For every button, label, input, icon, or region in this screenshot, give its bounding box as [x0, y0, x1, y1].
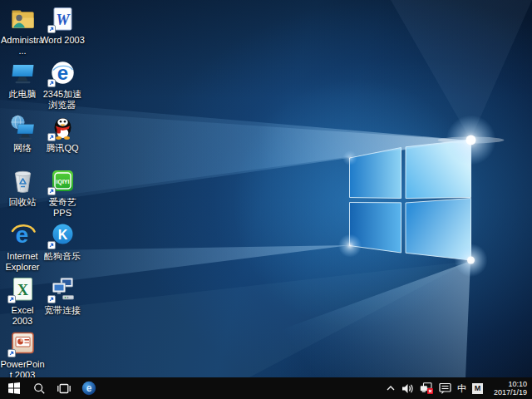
desktop-icon-label: Excel 2003	[0, 305, 45, 327]
broadband-icon	[49, 275, 76, 303]
shortcut-arrow-icon	[47, 241, 56, 249]
powerpoint-icon	[9, 329, 37, 357]
desktop-icon-2345-browser[interactable]: e 2345加速浏览器	[40, 59, 85, 111]
shortcut-arrow-icon	[47, 187, 56, 195]
desktop-icon-tencent-qq[interactable]: 腾讯QQ	[40, 113, 85, 154]
desktop-icon-iqiyi-pps[interactable]: iQIYI 爱奇艺PPS	[40, 167, 85, 219]
show-hidden-icons-button[interactable]	[386, 377, 396, 399]
shortcut-arrow-icon	[47, 133, 56, 141]
chevron-up-icon	[386, 383, 396, 393]
task-view-icon	[57, 383, 71, 394]
shortcut-arrow-icon	[47, 295, 56, 303]
desktop-icon-label: 回收站	[9, 197, 37, 208]
ime-badge[interactable]: M	[472, 377, 483, 399]
shortcut-arrow-icon	[7, 349, 16, 357]
desktop-icon-kugou-music[interactable]: K 酷狗音乐	[40, 221, 85, 262]
windows-desktop: Administra... 此电脑	[0, 0, 532, 399]
taskbar: e	[0, 377, 532, 399]
shortcut-arrow-icon	[7, 295, 16, 303]
search-icon	[33, 382, 46, 395]
taskbar-left-group: e	[2, 377, 101, 399]
kugou-k-glyph: K	[57, 228, 67, 242]
desktop-icon-network[interactable]: 网络	[0, 113, 45, 154]
desktop-icon-broadband[interactable]: 宽带连接	[40, 275, 85, 316]
desktop-icon-label: Internet Explorer	[0, 251, 45, 273]
ime-language-indicator[interactable]: 中	[457, 377, 466, 399]
desktop-icon-label: 此电脑	[9, 89, 37, 100]
speaker-icon	[401, 383, 414, 394]
network-icon	[9, 113, 37, 140]
word-icon: W	[49, 5, 76, 32]
browser-e-glyph: e	[57, 62, 67, 84]
desktop-icon-word-2003[interactable]: W Word 2003	[40, 5, 85, 46]
this-pc-icon	[9, 59, 37, 86]
desktop-icon-powerpoint-2003[interactable]: PowerPoint 2003	[0, 329, 45, 377]
action-center-button[interactable]	[439, 377, 451, 399]
desktop-icon-administrator[interactable]: Administra...	[0, 5, 45, 57]
excel-x-glyph: X	[17, 282, 28, 298]
desktop-icon-label: 酷狗音乐	[44, 251, 81, 262]
desktop-icon-this-pc[interactable]: 此电脑	[0, 59, 45, 100]
iqiyi-pps-icon: iQIYI	[49, 167, 76, 195]
network-disconnected-icon	[420, 382, 433, 394]
desktop-icon-label: Administra...	[0, 35, 45, 57]
desktop-icon-label: 宽带连接	[44, 305, 81, 316]
user-folder-icon	[9, 5, 37, 32]
internet-explorer-icon: e	[9, 221, 37, 249]
taskbar-browser-e-glyph: e	[86, 382, 92, 394]
ime-m-icon: M	[472, 383, 483, 394]
desktop-icon-label: 腾讯QQ	[46, 143, 78, 154]
system-tray: 中 M 10:10 2017/1/19	[386, 377, 529, 399]
desktop-icon-recycle-bin[interactable]: 回收站	[0, 167, 45, 208]
network-status-button[interactable]	[420, 377, 433, 399]
pinned-2345-browser-button[interactable]: e	[76, 377, 101, 399]
browser-2345-taskbar-icon: e	[81, 381, 96, 396]
search-button[interactable]	[27, 377, 52, 399]
browser-2345-icon: e	[49, 59, 76, 86]
desktop-icon-label: PowerPoint 2003	[0, 359, 45, 377]
excel-icon: X	[9, 275, 37, 303]
action-center-icon	[439, 382, 451, 395]
desktop-area[interactable]: Administra... 此电脑	[0, 0, 532, 377]
desktop-icon-label: 爱奇艺PPS	[40, 197, 85, 219]
clock-date: 2017/1/19	[489, 388, 527, 397]
desktop-icon-excel-2003[interactable]: X Excel 2003	[0, 275, 45, 327]
start-button[interactable]	[2, 377, 27, 399]
task-view-button[interactable]	[52, 377, 76, 399]
desktop-icon-label: 网络	[13, 143, 32, 154]
windows-logo-icon	[8, 382, 20, 394]
desktop-icon-internet-explorer[interactable]: e Internet Explorer	[0, 221, 45, 273]
shortcut-arrow-icon	[47, 79, 56, 87]
word-w-glyph: W	[56, 12, 71, 28]
desktop-icon-label: Word 2003	[40, 35, 85, 46]
taskbar-clock[interactable]: 10:10 2017/1/19	[489, 380, 529, 397]
kugou-music-icon: K	[49, 221, 76, 249]
desktop-icon-label: 2345加速浏览器	[40, 89, 85, 111]
recycle-bin-icon	[9, 167, 37, 195]
volume-button[interactable]	[401, 377, 414, 399]
qq-icon	[49, 113, 76, 140]
shortcut-arrow-icon	[47, 25, 56, 33]
iqiyi-glyph: iQIYI	[56, 179, 69, 185]
clock-time: 10:10	[489, 380, 527, 389]
